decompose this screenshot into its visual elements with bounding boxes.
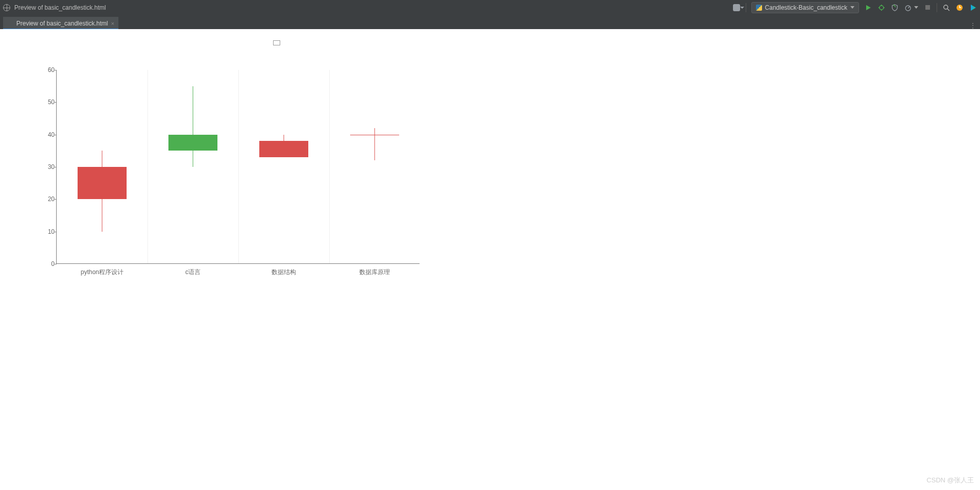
svg-point-8: [944, 5, 948, 9]
x-label: c语言: [148, 268, 238, 277]
candle[interactable]: [259, 70, 308, 264]
user-menu[interactable]: [732, 4, 741, 12]
profiler-icon[interactable]: [904, 4, 912, 12]
chart-container: 0102030405060python程序设计c语言数据结构数据库原理: [41, 35, 429, 250]
coverage-icon[interactable]: [891, 4, 899, 12]
candle-body: [168, 135, 217, 151]
y-tick: 30: [41, 163, 55, 170]
candle[interactable]: [78, 70, 127, 264]
x-label: 数据结构: [238, 268, 329, 277]
svg-line-9: [947, 9, 949, 11]
run-icon[interactable]: [864, 4, 872, 12]
svg-rect-7: [925, 5, 930, 10]
candle-body: [259, 141, 308, 157]
stop-icon[interactable]: [923, 4, 932, 12]
y-tick: 40: [41, 131, 55, 138]
x-label: python程序设计: [57, 268, 148, 277]
candle-wick: [374, 128, 375, 160]
preview-content: 0102030405060python程序设计c语言数据结构数据库原理 CSDN…: [0, 29, 980, 490]
sync-icon[interactable]: [955, 4, 964, 12]
watermark: CSDN @张人王: [926, 476, 974, 485]
y-tick: 50: [41, 99, 55, 106]
globe-icon: [3, 4, 10, 11]
separator: [746, 3, 746, 12]
run-config-selector[interactable]: Candlestick-Basic_candlestick: [751, 2, 859, 13]
close-icon[interactable]: ×: [111, 20, 114, 27]
candle[interactable]: [168, 70, 217, 264]
ide-titlebar: Preview of basic_candlestick.html Candle…: [0, 0, 980, 15]
toolbox-icon[interactable]: [969, 4, 977, 12]
y-tick: 0: [41, 260, 55, 267]
debug-icon[interactable]: [877, 4, 886, 12]
y-tick: 60: [41, 66, 55, 74]
gridline: [148, 70, 148, 263]
y-tick: 10: [41, 228, 55, 235]
candle-wick: [192, 86, 193, 167]
tab-preview[interactable]: Preview of basic_candlestick.html ×: [3, 17, 118, 29]
run-config-label: Candlestick-Basic_candlestick: [765, 4, 847, 11]
window-title: Preview of basic_candlestick.html: [14, 4, 106, 11]
chevron-down-icon: [850, 6, 854, 9]
python-icon: [756, 5, 762, 11]
candle[interactable]: [350, 70, 399, 264]
gridline: [329, 70, 330, 263]
y-tick: 20: [41, 195, 55, 203]
search-icon[interactable]: [942, 4, 950, 12]
candle-body: [78, 167, 127, 199]
gridline: [238, 70, 239, 263]
globe-icon: [7, 20, 13, 27]
x-label: 数据库原理: [329, 268, 420, 277]
svg-point-0: [879, 6, 884, 10]
candlestick-chart[interactable]: 0102030405060python程序设计c语言数据结构数据库原理: [41, 35, 429, 250]
candle-body: [350, 135, 399, 135]
tab-label: Preview of basic_candlestick.html: [16, 20, 108, 27]
tab-bar: Preview of basic_candlestick.html × ⋮: [0, 15, 980, 29]
chevron-down-icon[interactable]: [914, 6, 918, 9]
more-tabs-icon[interactable]: ⋮: [969, 22, 977, 29]
svg-line-6: [908, 7, 910, 8]
separator: [937, 3, 937, 12]
